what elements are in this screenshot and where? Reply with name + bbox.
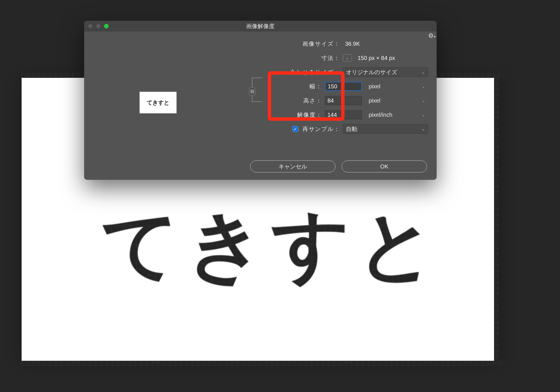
window-minimize-icon[interactable]	[96, 24, 101, 28]
resample-label: 再サンプル：	[302, 125, 340, 133]
window-maximize-icon[interactable]	[104, 24, 109, 28]
gear-icon[interactable]: ⚙︎▾	[428, 32, 435, 39]
resample-value: 自動	[346, 125, 357, 133]
ok-button[interactable]: OK	[342, 160, 427, 172]
image-size-label: 画像サイズ：	[252, 40, 343, 48]
resolution-row: 解像度： pixel/inch ⌄	[252, 108, 428, 122]
dimensions-label: 寸法：	[252, 54, 343, 62]
preview-text: てきすと	[147, 99, 169, 107]
dimensions-row: 寸法： ⌄ 150 px × 84 px	[252, 51, 428, 65]
chevron-down-icon: ⌄	[422, 98, 425, 103]
resolution-unit-value: pixel/inch	[369, 112, 392, 118]
window-close-icon[interactable]	[88, 24, 93, 28]
ruler-bottom	[22, 361, 505, 366]
fit-select[interactable]: オリジナルのサイズ ⌄	[343, 67, 428, 77]
width-unit-select[interactable]: pixel ⌄	[366, 82, 428, 91]
width-unit-value: pixel	[369, 83, 380, 90]
image-size-dialog: 画像解像度 てきすと ⚙︎▾ 画像サイズ： 36.9K 寸法： ⌄ 150 px…	[84, 21, 437, 180]
dimensions-unit-toggle[interactable]: ⌄	[343, 54, 352, 62]
image-size-row: 画像サイズ： 36.9K	[252, 37, 428, 51]
fit-row: 合わせるサイズ： オリジナルのサイズ ⌄	[252, 65, 428, 79]
chevron-down-icon: ⌄	[422, 112, 425, 117]
chevron-down-icon: ⌄	[422, 70, 425, 74]
constrain-proportions-icon[interactable]: ⛓	[249, 87, 255, 96]
width-label: 幅：	[252, 83, 325, 90]
fit-select-value: オリジナルのサイズ	[346, 68, 397, 76]
fit-label: 合わせるサイズ：	[252, 68, 343, 76]
resample-checkbox[interactable]: ✓	[292, 126, 298, 132]
traffic-lights	[88, 24, 109, 28]
height-unit-select[interactable]: pixel ⌄	[366, 96, 428, 105]
chevron-down-icon: ⌄	[422, 84, 425, 89]
resolution-unit-select[interactable]: pixel/inch ⌄	[366, 110, 428, 120]
height-unit-value: pixel	[369, 97, 380, 104]
resample-select[interactable]: 自動 ⌄	[343, 124, 428, 134]
ruler-right	[494, 78, 499, 362]
width-row: 幅： pixel ⌄	[252, 79, 428, 93]
image-preview: てきすと	[140, 92, 177, 113]
canvas-sample-text: てきすと	[101, 194, 442, 298]
resample-row: ✓ 再サンプル： 自動 ⌄	[252, 122, 428, 136]
resolution-label: 解像度：	[252, 111, 325, 119]
width-input[interactable]	[325, 82, 362, 91]
image-size-value: 36.9K	[343, 41, 360, 47]
dialog-title: 画像解像度	[246, 22, 275, 30]
chevron-down-icon: ⌄	[422, 127, 425, 131]
dialog-titlebar[interactable]: 画像解像度	[84, 21, 437, 32]
height-label: 高さ：	[252, 97, 325, 105]
height-input[interactable]	[325, 96, 362, 105]
dimensions-value: 150 px × 84 px	[355, 55, 395, 61]
constrain-link-bracket: ⛓	[252, 78, 262, 102]
cancel-button[interactable]: キャンセル	[250, 160, 335, 172]
height-row: 高さ： pixel ⌄	[252, 93, 428, 108]
resolution-input[interactable]	[325, 110, 362, 119]
